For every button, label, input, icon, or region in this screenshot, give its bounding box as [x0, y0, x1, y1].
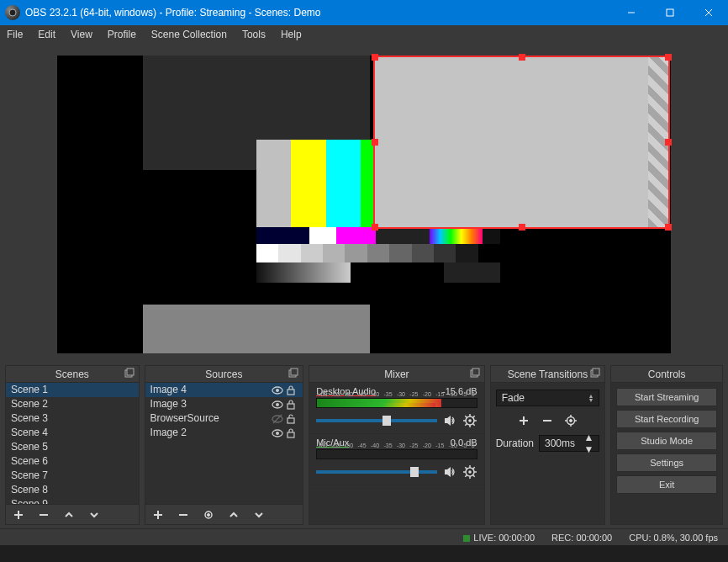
lock-toggle-icon[interactable] [284, 412, 298, 426]
menu-profile[interactable]: Profile [108, 29, 136, 40]
status-dot-icon [463, 535, 470, 542]
svg-point-16 [276, 403, 279, 406]
menu-file[interactable]: File [7, 29, 23, 40]
add-transition-button[interactable] [516, 413, 531, 428]
selected-source-bounds[interactable] [373, 56, 670, 229]
resize-handle[interactable] [372, 224, 378, 231]
remove-scene-button[interactable] [36, 507, 51, 522]
move-scene-up-button[interactable] [61, 507, 76, 522]
lock-toggle-icon[interactable] [284, 427, 298, 440]
visibility-toggle-icon[interactable] [271, 427, 284, 440]
docks-row: Scenes Scene 1Scene 2Scene 3Scene 4Scene… [0, 362, 728, 528]
resize-handle[interactable] [372, 139, 378, 146]
svg-line-39 [472, 424, 474, 426]
menu-view[interactable]: View [71, 29, 92, 40]
scene-item[interactable]: Scene 3 [6, 411, 139, 426]
control-button-start-streaming[interactable]: Start Streaming [616, 388, 717, 406]
scene-item[interactable]: Scene 4 [6, 426, 139, 440]
scene-item[interactable]: Scene 6 [6, 454, 139, 469]
transition-select[interactable]: Fade ▲▼ [496, 390, 600, 406]
titlebar: OBS 23.2.1 (64-bit, windows) - Profile: … [0, 0, 728, 25]
svg-point-13 [276, 389, 279, 392]
popout-icon[interactable] [470, 368, 482, 379]
popout-icon[interactable] [288, 368, 300, 379]
speaker-icon[interactable] [442, 464, 457, 480]
resize-handle[interactable] [665, 224, 672, 231]
sources-panel: Sources Image 4Image 3BrowserSourceImage… [145, 365, 304, 525]
status-rec: REC: 00:00:00 [551, 533, 612, 543]
volume-slider[interactable] [316, 419, 437, 422]
svg-rect-17 [288, 404, 294, 409]
source-item[interactable]: Image 2 [145, 426, 303, 440]
add-source-button[interactable] [150, 507, 166, 522]
scenes-title: Scenes [55, 368, 89, 380]
menu-help[interactable]: Help [281, 29, 302, 40]
resize-handle[interactable] [665, 139, 672, 146]
control-button-settings[interactable]: Settings [616, 453, 717, 472]
maximize-button[interactable] [651, 0, 689, 25]
add-scene-button[interactable] [11, 507, 26, 522]
window-title: OBS 23.2.1 (64-bit, windows) - Profile: … [25, 7, 612, 19]
resize-handle[interactable] [519, 224, 525, 231]
gear-icon[interactable] [462, 413, 477, 428]
remove-transition-button[interactable] [540, 413, 555, 428]
transition-properties-button[interactable] [563, 413, 578, 428]
lock-toggle-icon[interactable] [284, 398, 298, 411]
svg-line-51 [472, 467, 474, 469]
sources-list[interactable]: Image 4Image 3BrowserSourceImage 2 [145, 383, 303, 440]
menu-edit[interactable]: Edit [38, 29, 55, 40]
menubar: File Edit View Profile Scene Collection … [0, 25, 728, 44]
popout-icon[interactable] [124, 368, 136, 379]
lock-toggle-icon[interactable] [284, 384, 298, 397]
visibility-toggle-icon[interactable] [271, 384, 284, 397]
control-button-start-recording[interactable]: Start Recording [616, 410, 717, 428]
scene-item[interactable]: Scene 1 [6, 383, 139, 397]
svg-point-0 [9, 9, 16, 16]
scene-item[interactable]: Scene 7 [6, 469, 139, 483]
status-bar: LIVE: 00:00:00 REC: 00:00:00 CPU: 0.8%, … [0, 528, 728, 545]
gear-icon[interactable] [462, 464, 477, 480]
move-source-down-button[interactable] [251, 507, 266, 522]
remove-source-button[interactable] [176, 507, 191, 522]
move-source-up-button[interactable] [226, 507, 241, 522]
updown-icon: ▲▼ [588, 394, 593, 402]
speaker-icon[interactable] [442, 413, 457, 428]
preview-canvas[interactable] [57, 56, 671, 353]
source-item[interactable]: BrowserSource [145, 411, 303, 426]
svg-rect-14 [288, 390, 294, 395]
scene-item[interactable]: Scene 5 [6, 440, 139, 454]
source-item[interactable]: Image 3 [145, 397, 303, 411]
duration-label: Duration [496, 437, 534, 449]
volume-slider[interactable] [316, 470, 437, 474]
popout-icon[interactable] [590, 368, 602, 379]
source-label: Image 4 [150, 383, 272, 397]
svg-line-50 [472, 475, 474, 477]
menu-scene-collection[interactable]: Scene Collection [151, 29, 227, 40]
scenes-list[interactable]: Scene 1Scene 2Scene 3Scene 4Scene 5Scene… [6, 383, 139, 504]
duration-input[interactable]: 300ms ▲▼ [539, 435, 599, 452]
svg-line-41 [465, 424, 467, 426]
visibility-toggle-icon[interactable] [271, 398, 284, 411]
control-button-exit[interactable]: Exit [616, 475, 717, 494]
scene-item[interactable]: Scene 9 [6, 497, 139, 504]
resize-handle[interactable] [665, 54, 672, 61]
transitions-title: Scene Transitions [508, 368, 588, 380]
resize-handle[interactable] [372, 54, 378, 61]
source-properties-button[interactable] [201, 507, 216, 522]
move-scene-down-button[interactable] [87, 507, 102, 522]
svg-line-49 [465, 467, 467, 469]
control-button-studio-mode[interactable]: Studio Mode [616, 432, 717, 450]
duration-value: 300ms [545, 437, 575, 449]
svg-rect-23 [288, 432, 294, 437]
visibility-toggle-icon[interactable] [271, 412, 284, 426]
transition-selected: Fade [502, 392, 525, 404]
scene-item[interactable]: Scene 8 [6, 483, 139, 497]
source-item[interactable]: Image 4 [145, 383, 303, 397]
svg-rect-20 [288, 418, 294, 423]
close-button[interactable] [689, 0, 728, 25]
scene-item[interactable]: Scene 2 [6, 397, 139, 411]
sources-toolbar [145, 504, 303, 524]
minimize-button[interactable] [612, 0, 651, 25]
menu-tools[interactable]: Tools [242, 29, 266, 40]
resize-handle[interactable] [519, 54, 525, 61]
